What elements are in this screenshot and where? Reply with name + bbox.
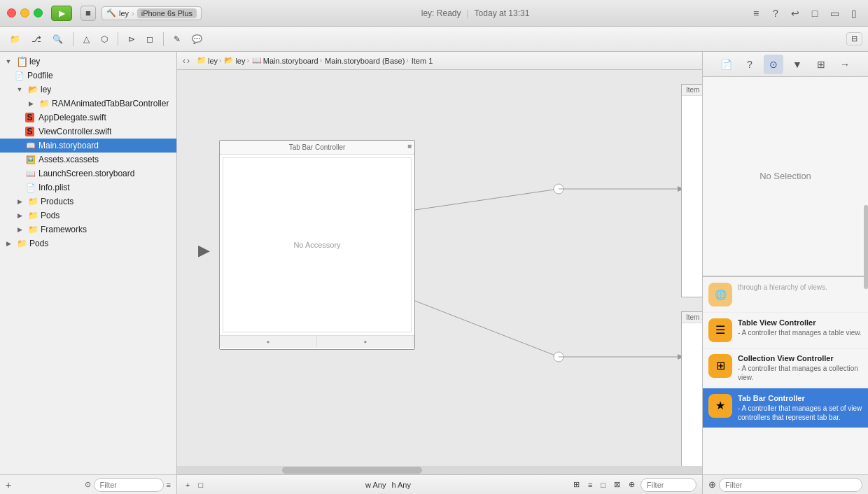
sidebar-item-pods-blue[interactable]: ▶ 📁 Pods <box>0 209 176 223</box>
list-item-tab-bar-controller[interactable]: ★ Tab Bar Controller - A controller that… <box>703 388 868 428</box>
find-btn[interactable]: 🔍 <box>48 32 67 46</box>
thread-btn[interactable]: ◻ <box>142 32 158 46</box>
scheme-selector[interactable]: 🔨 ley › iPhone 6s Plus <box>102 6 202 20</box>
attributes-inspector-icon[interactable]: ▼ <box>788 55 807 74</box>
sidebar: ▼ 📋 ley 📄 Podfile ▼ 📂 ley ▶ 📁 RAMAnimate… <box>0 52 177 494</box>
identity-inspector-icon[interactable]: ⊙ <box>764 55 783 74</box>
breadcrumb-item-1[interactable]: 📁 ley › <box>197 56 221 65</box>
toolbar-separator-2 <box>118 32 118 46</box>
right-panel-scrollbar[interactable] <box>864 276 868 290</box>
assets-icon: 🖼️ <box>25 154 36 165</box>
sidebar-item-label: Podfile <box>27 71 53 80</box>
close-button[interactable] <box>7 8 16 17</box>
size-inspector-icon[interactable]: ⊞ <box>811 55 831 74</box>
layout-icon-2[interactable]: ▭ <box>827 6 841 20</box>
add-file-button[interactable]: + <box>6 479 11 491</box>
zoom-btn[interactable]: ⊕ <box>626 479 638 491</box>
list-item-table-view-controller[interactable]: ☰ Table View Controller - A controller t… <box>703 313 868 348</box>
sidebar-item-project[interactable]: ▼ 📋 ley <box>0 55 176 69</box>
nav-arrows: ‹ › <box>183 56 190 66</box>
show-editor-btn[interactable]: ⊟ <box>846 32 862 45</box>
breadcrumb-item-5[interactable]: Item 1 <box>412 57 433 65</box>
canvas-scroll[interactable]: ▶ ■ Tab Bar Controller No Accessory <box>177 70 702 474</box>
sidebar-item-pods-yellow[interactable]: ▶ 📁 Pods <box>0 237 176 250</box>
scrollbar-thumb-h[interactable] <box>282 467 422 474</box>
error-btn[interactable]: ⬡ <box>97 32 112 46</box>
object-library-filter-input[interactable] <box>719 478 862 492</box>
breakpoint-btn[interactable]: ⊳ <box>124 32 139 46</box>
layout-icon-3[interactable]: ▯ <box>847 6 861 20</box>
object-icon: 🌐 <box>708 283 732 306</box>
layout-icon-1[interactable]: □ <box>808 6 822 20</box>
layout-btn-1[interactable]: ⊞ <box>570 479 582 491</box>
sidebar-item-label: RAMAnimatedTabBarController <box>52 99 169 108</box>
nav-back-arrow[interactable]: ‹ <box>183 56 186 66</box>
layout-btn-4[interactable]: ⊠ <box>611 479 623 491</box>
sidebar-item-appdelegate[interactable]: S AppDelegate.swift <box>0 111 176 125</box>
warning-btn[interactable]: △ <box>79 32 94 46</box>
titlebar: ▶ ■ 🔨 ley › iPhone 6s Plus ley: Ready | … <box>0 0 868 27</box>
sidebar-item-infoplist[interactable]: 📄 Info.plist <box>0 181 176 195</box>
sidebar-item-label: Main.storyboard <box>38 141 99 150</box>
layout-btn-3[interactable]: □ <box>598 479 608 491</box>
sidebar-footer: + ⊙ ≡ <box>0 474 176 494</box>
sidebar-item-frameworks[interactable]: ▶ 📁 Frameworks <box>0 223 176 237</box>
connections-inspector-icon[interactable]: → <box>835 55 855 74</box>
sidebar-item-ley-folder[interactable]: ▼ 📂 ley <box>0 83 176 97</box>
editor-list-icon[interactable]: ≡ <box>749 6 763 20</box>
run-button[interactable]: ▶ <box>51 6 72 21</box>
comment-btn[interactable]: 💬 <box>188 32 206 46</box>
minimize-button[interactable] <box>20 8 29 17</box>
breadcrumb-separator: › <box>246 57 248 64</box>
view-toggle-btn[interactable]: □ <box>195 479 206 491</box>
item-2-scene[interactable]: Item 2 ■ <box>681 311 702 474</box>
fullscreen-button[interactable] <box>34 8 43 17</box>
file-inspector-icon[interactable]: 📄 <box>716 55 736 74</box>
list-item[interactable]: 🌐 through a hierarchy of views. <box>703 277 868 313</box>
scene-close-button[interactable]: ■ <box>407 142 412 150</box>
sidebar-item-label: Pods <box>41 211 59 220</box>
sidebar-item-products[interactable]: ▶ 📁 Products <box>0 195 176 209</box>
nav-forward-arrow[interactable]: › <box>187 56 190 66</box>
sidebar-item-main-storyboard[interactable]: 📖 Main.storyboard <box>0 139 176 153</box>
stop-button[interactable]: ■ <box>80 6 96 21</box>
editor-back-icon[interactable]: ↩ <box>788 6 802 20</box>
help-inspector-icon[interactable]: ? <box>740 55 760 74</box>
filter-icon[interactable]: ⊙ <box>85 480 91 489</box>
annotate-btn[interactable]: ✎ <box>169 32 185 46</box>
sort-icon[interactable]: ≡ <box>167 481 171 489</box>
item-1-scene[interactable]: Item 1 ■ <box>681 84 702 297</box>
object-library-items: 🌐 through a hierarchy of views. ☰ Table … <box>703 277 868 475</box>
source-control-btn[interactable]: ⎇ <box>27 32 46 46</box>
breadcrumb-item-4[interactable]: Main.storyboard (Base) › <box>325 57 409 65</box>
collection-view-controller-icon: ⊞ <box>708 354 732 378</box>
sidebar-item-ram[interactable]: ▶ 📁 RAMAnimatedTabBarController <box>0 97 176 111</box>
sidebar-item-viewcontroller[interactable]: S ViewController.swift <box>0 125 176 139</box>
breadcrumb-item-2[interactable]: 📂 ley › <box>224 56 248 65</box>
sidebar-item-label: Products <box>41 197 74 206</box>
sidebar-item-assets[interactable]: 🖼️ Assets.xcassets <box>0 153 176 167</box>
sidebar-item-label: Frameworks <box>41 225 87 234</box>
add-button[interactable]: + <box>183 479 192 491</box>
sidebar-item-podfile[interactable]: 📄 Podfile <box>0 69 176 83</box>
editor-help-icon[interactable]: ? <box>769 6 783 20</box>
list-item-collection-view-controller[interactable]: ⊞ Collection View Controller - A control… <box>703 348 868 388</box>
sidebar-filter-input[interactable] <box>94 478 164 492</box>
chevron-right-icon: ▶ <box>25 98 36 109</box>
canvas-area: ▶ ■ Tab Bar Controller No Accessory <box>177 70 702 474</box>
item-1-body <box>682 96 702 292</box>
tab-item-2: ● <box>317 336 414 348</box>
layout-w-indicator: w Any <box>365 481 386 489</box>
datetime-text: Today at 13:31 <box>475 8 530 18</box>
breadcrumb-item-3[interactable]: 📖 Main.storyboard › <box>252 56 322 65</box>
horizontal-scrollbar[interactable] <box>177 466 702 474</box>
object-title: Table View Controller <box>738 318 862 327</box>
canvas-filter-input[interactable] <box>640 478 696 492</box>
layout-btn-2[interactable]: ≡ <box>585 479 595 491</box>
storyboard-icon: 📖 <box>25 168 36 179</box>
tab-bar-controller-scene[interactable]: ■ Tab Bar Controller No Accessory ● ● <box>219 140 415 350</box>
ol-filter-icon[interactable]: ⊕ <box>708 479 716 490</box>
new-file-btn[interactable]: 📁 <box>6 32 24 46</box>
sidebar-item-launch-storyboard[interactable]: 📖 LaunchScreen.storyboard <box>0 167 176 181</box>
file-icon: 📄 <box>14 70 25 81</box>
